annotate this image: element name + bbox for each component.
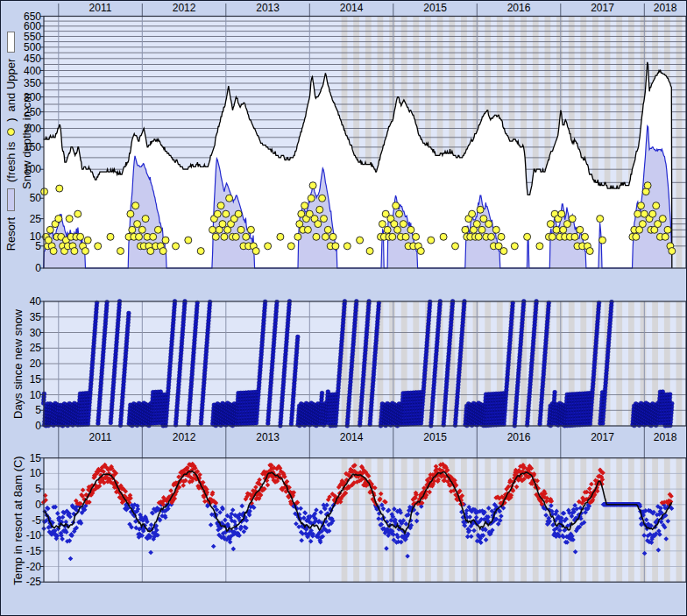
upper-swatch xyxy=(7,32,15,53)
svg-text:5: 5 xyxy=(35,240,41,252)
svg-text:2017: 2017 xyxy=(591,431,614,443)
svg-text:-10: -10 xyxy=(26,529,42,542)
fresh-label-suffix: ) xyxy=(4,117,18,121)
svg-text:0: 0 xyxy=(35,499,41,511)
svg-text:2017: 2017 xyxy=(591,2,614,14)
svg-text:2018: 2018 xyxy=(654,2,677,14)
svg-text:5: 5 xyxy=(35,404,41,416)
svg-text:40: 40 xyxy=(30,295,42,308)
days-axis-title: Days since new snow xyxy=(11,301,25,427)
svg-text:2011: 2011 xyxy=(89,2,112,14)
svg-text:-20: -20 xyxy=(26,561,42,573)
upper-label: and Upper xyxy=(4,59,18,112)
svg-text:-5: -5 xyxy=(32,514,41,527)
snow-axis-title: Snow depths in cm xyxy=(19,15,33,267)
fresh-label-prefix: (fresh is xyxy=(4,142,18,182)
snow-axis-title-legend: Resort (fresh is ) and Upper xyxy=(4,15,18,267)
svg-text:15: 15 xyxy=(30,373,42,386)
svg-text:2018: 2018 xyxy=(654,431,677,443)
svg-text:2015: 2015 xyxy=(423,431,447,443)
snow-history-chart: 6506005505004504003503002502001501005025… xyxy=(0,0,687,616)
svg-text:2013: 2013 xyxy=(256,431,280,443)
svg-text:2016: 2016 xyxy=(507,431,531,443)
svg-text:35: 35 xyxy=(30,311,42,323)
svg-text:2016: 2016 xyxy=(507,2,531,14)
fresh-snow-dot-icon xyxy=(7,128,15,136)
temp-axis-title: Temp in resort at 8am (C) xyxy=(11,457,25,584)
svg-text:-25: -25 xyxy=(26,576,42,588)
svg-text:2013: 2013 xyxy=(256,2,280,14)
svg-text:30: 30 xyxy=(30,327,42,339)
svg-text:0: 0 xyxy=(35,262,41,274)
svg-text:2011: 2011 xyxy=(89,431,112,443)
chart-canvas: 6506005505004504003503002502001501005025… xyxy=(1,1,687,616)
svg-text:25: 25 xyxy=(30,342,42,354)
svg-text:0: 0 xyxy=(35,420,41,432)
svg-text:2012: 2012 xyxy=(173,431,196,443)
svg-text:15: 15 xyxy=(30,452,42,464)
resort-label: Resort xyxy=(4,217,18,251)
panel-backgrounds xyxy=(44,17,686,583)
svg-text:2015: 2015 xyxy=(423,2,447,14)
svg-text:-15: -15 xyxy=(26,545,42,557)
svg-text:5: 5 xyxy=(35,483,41,495)
svg-text:2012: 2012 xyxy=(173,2,196,14)
svg-text:2014: 2014 xyxy=(340,2,364,14)
svg-text:10: 10 xyxy=(30,389,42,401)
svg-text:20: 20 xyxy=(30,358,42,370)
svg-text:10: 10 xyxy=(30,467,42,479)
resort-swatch xyxy=(7,188,15,211)
svg-text:2014: 2014 xyxy=(340,431,364,443)
